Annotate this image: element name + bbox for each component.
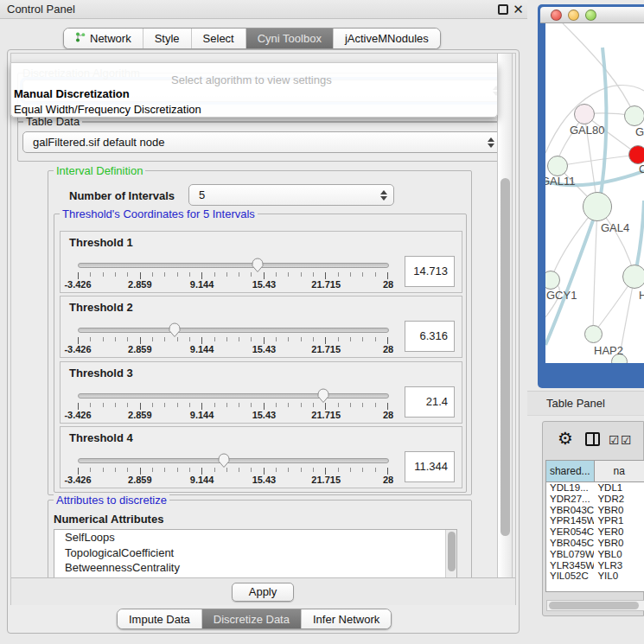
slider-scale-label: -3.426 — [64, 279, 91, 290]
table-row[interactable]: YBR045C YBR0 — [546, 538, 644, 549]
table-cell[interactable]: YDL1 — [594, 482, 644, 494]
slider-scale-label: 2.859 — [128, 410, 152, 420]
table-cell[interactable]: YPR1 — [594, 515, 644, 526]
table-data-combo[interactable]: galFiltered.sif default node — [22, 131, 501, 153]
network-node[interactable] — [584, 325, 603, 343]
slider-major-ticks — [78, 468, 388, 475]
threshold-3-slider[interactable] — [78, 393, 389, 399]
network-node[interactable] — [624, 105, 644, 126]
table-cell[interactable]: YBR0 — [594, 505, 644, 516]
table-cell[interactable]: YBL0 — [594, 549, 644, 560]
table-cell[interactable]: YDR2 — [594, 494, 644, 505]
gear-icon[interactable]: ⚙ — [558, 429, 573, 448]
threshold-1-slider-thumb[interactable] — [251, 257, 265, 273]
tab-impute-data-label: Impute Data — [129, 609, 190, 629]
node-attribute-table[interactable]: shared... na YDL19... YDL1 YDR27... YDR2… — [545, 460, 644, 592]
scrollbar-thumb[interactable] — [501, 178, 510, 536]
tab-cyni-toolbox[interactable]: Cyni Toolbox — [245, 29, 333, 48]
table-cell[interactable]: YER054C — [546, 526, 594, 538]
table-cell[interactable]: YLR3 — [594, 560, 644, 571]
threshold-3-slider-thumb[interactable] — [316, 387, 330, 404]
tab-jactivemnodules[interactable]: jActiveMNodules — [333, 29, 440, 48]
table-cell[interactable]: YBR043C — [546, 505, 594, 516]
main-vertical-scrollbar[interactable] — [497, 54, 513, 577]
table-row[interactable]: YPR145W YPR1 — [546, 515, 644, 526]
attribute-list-item[interactable]: SelfLoops — [54, 530, 456, 545]
table-row[interactable]: YER054C YER0 — [546, 526, 644, 538]
screenshot-root: Control Panel ✕ Network Style Select Cyn… — [0, 0, 644, 644]
number-of-intervals-combo[interactable]: 5 — [188, 184, 394, 206]
threshold-1-panel: Threshold 1 -3.4262.8599.14415.4321.7152… — [60, 231, 462, 293]
table-cell[interactable]: YDR27... — [546, 494, 594, 505]
table-cell[interactable]: YPR145W — [546, 515, 594, 526]
slider-scale: -3.4262.8599.14415.4321.71528 — [78, 279, 388, 290]
table-panel-toolbar: ⚙ ☑ ☑ — [545, 425, 644, 458]
threshold-3-value-field[interactable]: 21.4 — [405, 386, 455, 418]
network-node[interactable] — [583, 192, 612, 221]
column-header-name[interactable]: na — [595, 461, 644, 481]
threshold-2-slider[interactable] — [78, 328, 389, 333]
popup-option-equal-width-frequency[interactable]: Equal Width/Frequency Discretization — [13, 102, 497, 118]
checkbox-checked-icon[interactable]: ☑ — [621, 433, 632, 447]
network-canvas[interactable]: GAL80GAGAL11CGAL4GCY1HHAP2 — [545, 23, 644, 363]
tab-network[interactable]: Network — [64, 29, 143, 48]
table-row[interactable]: YBL079W YBL0 — [546, 549, 644, 560]
minimize-light-icon[interactable] — [568, 10, 579, 21]
control-panel-titlebar — [0, 0, 527, 19]
attribute-list-item[interactable]: BetweennessCentrality — [54, 560, 456, 576]
zoom-light-icon[interactable] — [585, 10, 596, 21]
control-panel-title: Control Panel — [7, 3, 75, 16]
network-node[interactable] — [574, 104, 595, 124]
apply-button[interactable]: Apply — [232, 583, 294, 602]
number-of-intervals-label: Number of Intervals — [69, 189, 175, 202]
network-node[interactable] — [622, 265, 644, 289]
float-window-icon[interactable] — [498, 4, 508, 15]
split-pane-icon[interactable] — [585, 432, 600, 446]
tab-select[interactable]: Select — [191, 29, 245, 48]
tab-infer-network[interactable]: Infer Network — [301, 609, 391, 628]
table-cell[interactable]: YBR0 — [594, 538, 644, 549]
tab-discretize-data[interactable]: Discretize Data — [201, 609, 301, 628]
threshold-1-value-field[interactable]: 14.713 — [405, 256, 455, 287]
table-row[interactable]: YDR27... YDR2 — [546, 494, 644, 505]
slider-scale: -3.4262.8599.14415.4321.71528 — [78, 344, 388, 355]
checkbox-checked-icon[interactable]: ☑ — [609, 433, 620, 447]
slider-scale-label: 21.715 — [311, 279, 341, 290]
threshold-4-slider-thumb[interactable] — [217, 452, 231, 469]
table-row[interactable]: YLR345W YLR3 — [546, 560, 644, 571]
table-cell[interactable]: YBR045C — [546, 538, 594, 549]
network-node[interactable] — [628, 145, 644, 164]
threshold-4-value-field[interactable]: 11.344 — [405, 451, 455, 482]
scrollbar-thumb[interactable] — [549, 602, 639, 609]
table-cell[interactable]: YER0 — [594, 526, 644, 538]
threshold-4-slider[interactable] — [78, 458, 389, 463]
slider-scale: -3.4262.8599.14415.4321.71528 — [78, 410, 388, 421]
attribute-list-item[interactable]: TopologicalCoefficient — [54, 545, 456, 561]
network-node[interactable] — [547, 156, 568, 176]
table-cell[interactable]: YDL19... — [546, 482, 594, 494]
table-row[interactable]: YIL052C YIL0 — [546, 571, 644, 582]
table-horizontal-scrollbar[interactable] — [546, 600, 644, 611]
popup-option-manual-discretization[interactable]: Manual Discretization — [13, 86, 497, 102]
slider-scale-label: 15.43 — [252, 344, 277, 354]
table-cell[interactable]: YLR345W — [546, 560, 594, 571]
table-row[interactable]: YBR043C YBR0 — [546, 505, 644, 516]
threshold-2-value-field[interactable]: 6.316 — [405, 321, 455, 352]
threshold-2-slider-thumb[interactable] — [168, 322, 182, 338]
close-light-icon[interactable] — [551, 10, 562, 21]
table-row[interactable]: YDL19... YDL1 — [546, 482, 644, 494]
interval-definition-group-title: Interval Definition — [54, 164, 145, 177]
column-header-shared-name[interactable]: shared... — [546, 461, 595, 481]
tab-style-label: Style — [155, 29, 180, 48]
network-node-label: GAL11 — [545, 175, 576, 188]
close-panel-icon[interactable]: ✕ — [513, 4, 524, 16]
network-node-label: GA — [635, 125, 644, 138]
tab-style[interactable]: Style — [143, 29, 191, 48]
threshold-2-panel: Threshold 2 -3.4262.8599.14415.4321.7152… — [60, 296, 462, 358]
tab-impute-data[interactable]: Impute Data — [118, 609, 201, 628]
table-cell[interactable]: YBL079W — [546, 549, 594, 560]
slider-scale-label: 9.144 — [190, 344, 214, 354]
table-cell[interactable]: YIL0 — [594, 571, 644, 582]
threshold-1-slider[interactable] — [78, 263, 389, 268]
table-cell[interactable]: YIL052C — [546, 571, 594, 582]
